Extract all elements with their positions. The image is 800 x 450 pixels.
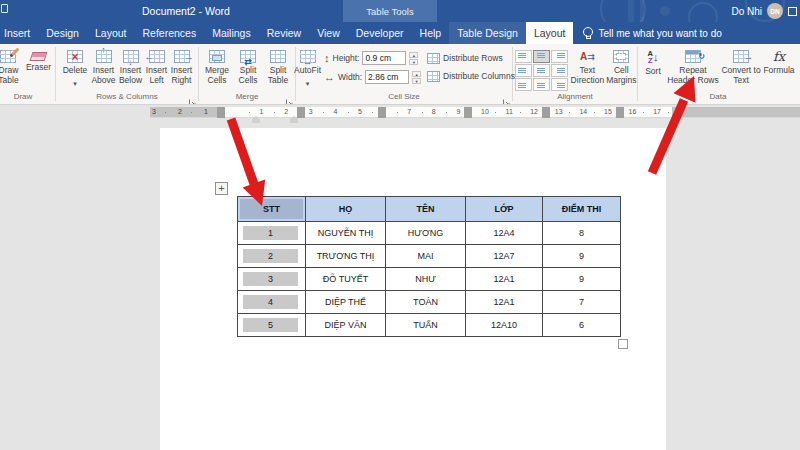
insert-left-button[interactable]: ← Insert Left bbox=[144, 47, 169, 87]
table-cell[interactable]: DIỆP THẾ bbox=[306, 291, 386, 314]
align-top-right-button[interactable] bbox=[551, 50, 568, 63]
table-cell[interactable]: 6 bbox=[543, 314, 621, 337]
table-cell[interactable]: DIỆP VĂN bbox=[306, 314, 386, 337]
delete-button[interactable]: × Delete bbox=[60, 47, 90, 90]
column-header-tên[interactable]: TÊN bbox=[386, 197, 466, 222]
ruler-column-marker[interactable] bbox=[464, 107, 472, 118]
draw-table-button[interactable]: Draw Table bbox=[0, 47, 24, 87]
column-header-stt[interactable]: STT bbox=[238, 197, 306, 222]
table-cell[interactable]: HƯƠNG bbox=[386, 222, 466, 245]
text-direction-icon bbox=[580, 49, 595, 64]
align-bottom-right-button[interactable] bbox=[551, 78, 568, 91]
distribute-rows-button[interactable]: Distribute Rows bbox=[426, 52, 515, 64]
repeat-header-rows-button[interactable]: ↻ Repeat Header Rows bbox=[666, 47, 720, 87]
table-cell[interactable]: 12A1 bbox=[466, 291, 543, 314]
align-top-center-button[interactable] bbox=[533, 50, 550, 63]
table-cell[interactable]: 8 bbox=[543, 222, 621, 245]
table-cell[interactable]: 1 bbox=[238, 222, 306, 245]
tab-table-design[interactable]: Table Design bbox=[449, 22, 526, 44]
tab-insert[interactable]: Insert bbox=[0, 22, 38, 44]
cell-margins-button[interactable]: Cell Margins bbox=[605, 47, 637, 87]
table-row: 1NGUYỄN THỊHƯƠNG12A48 bbox=[238, 222, 621, 245]
user-name[interactable]: Do Nhi bbox=[731, 6, 762, 17]
distribute-columns-button[interactable]: Distribute Columns bbox=[426, 70, 515, 82]
tab-design[interactable]: Design bbox=[38, 22, 87, 44]
table-cell[interactable]: 12A7 bbox=[466, 245, 543, 268]
tab-review[interactable]: Review bbox=[259, 22, 309, 44]
column-header-họ[interactable]: HỌ bbox=[306, 197, 386, 222]
ruler-tick: 8 bbox=[432, 108, 436, 115]
sort-button[interactable]: Sort bbox=[640, 47, 666, 79]
convert-to-text-button[interactable]: → Convert to Text bbox=[720, 47, 762, 87]
ruler-tick bbox=[397, 112, 398, 113]
split-cells-button[interactable]: ⇄ Split Cells bbox=[233, 47, 263, 87]
column-header-điểm-thi[interactable]: ĐIỂM THI bbox=[543, 197, 621, 222]
split-table-button[interactable]: Split Table bbox=[263, 47, 293, 87]
tab-help[interactable]: Help bbox=[412, 22, 450, 44]
tab-developer[interactable]: Developer bbox=[348, 22, 412, 44]
insert-right-button[interactable]: → Insert Right bbox=[169, 47, 194, 87]
table-move-handle[interactable] bbox=[215, 182, 228, 195]
horizontal-ruler[interactable]: 321123457891011121314151617 bbox=[150, 107, 800, 118]
ruler-column-marker[interactable] bbox=[616, 107, 624, 118]
ruler-column-marker[interactable] bbox=[217, 107, 225, 118]
table-cell[interactable]: 2 bbox=[238, 245, 306, 268]
avatar[interactable]: DN bbox=[767, 3, 783, 19]
align-center-right-button[interactable] bbox=[551, 64, 568, 77]
ribbon-tab-bar: InsertDesignLayoutReferencesMailingsRevi… bbox=[0, 22, 800, 44]
align-center-left-icon bbox=[518, 68, 526, 73]
table-cell[interactable]: MAI bbox=[386, 245, 466, 268]
table-cell[interactable]: TOÀN bbox=[386, 291, 466, 314]
rows-columns-dialog-launcher[interactable] bbox=[188, 93, 197, 102]
height-input[interactable] bbox=[362, 51, 406, 65]
ruler-column-marker[interactable] bbox=[297, 107, 305, 118]
autofit-button[interactable]: ↔ AutoFit bbox=[293, 47, 322, 90]
column-header-lớp[interactable]: LỚP bbox=[466, 197, 543, 222]
table-cell[interactable]: NGUYỄN THỊ bbox=[306, 222, 386, 245]
align-top-left-button[interactable] bbox=[515, 50, 532, 63]
align-bottom-center-button[interactable] bbox=[533, 78, 550, 91]
height-stepper[interactable] bbox=[409, 52, 418, 65]
quick-access-toolbar-fragment[interactable] bbox=[1, 4, 8, 13]
cell-size-dialog-launcher[interactable] bbox=[502, 93, 511, 102]
tab-layout-active[interactable]: Layout bbox=[526, 22, 574, 44]
align-center-button[interactable] bbox=[533, 64, 550, 77]
insert-below-button[interactable]: ↓ Insert Below bbox=[117, 47, 144, 87]
tell-me-box[interactable]: Tell me what you want to do bbox=[583, 22, 721, 44]
table-cell[interactable]: 4 bbox=[238, 291, 306, 314]
insert-above-button[interactable]: ↑ Insert Above bbox=[90, 47, 117, 87]
table-cell[interactable]: 12A10 bbox=[466, 314, 543, 337]
ruler-tick: 15 bbox=[604, 108, 612, 115]
tab-view[interactable]: View bbox=[309, 22, 348, 44]
table-cell[interactable]: NHƯ bbox=[386, 268, 466, 291]
table-cell[interactable]: 12A4 bbox=[466, 222, 543, 245]
ruler-column-marker[interactable] bbox=[378, 107, 386, 118]
table-cell[interactable]: TUẤN bbox=[386, 314, 466, 337]
ruler-column-marker[interactable] bbox=[542, 107, 550, 118]
tab-layout[interactable]: Layout bbox=[87, 22, 135, 44]
table-resize-handle[interactable] bbox=[618, 339, 628, 349]
table-cell[interactable]: ĐỖ TUYẾT bbox=[306, 268, 386, 291]
ruler-tick: 10 bbox=[481, 108, 489, 115]
ribbon-display-options-icon[interactable] bbox=[788, 7, 797, 16]
table-cell[interactable]: 9 bbox=[543, 245, 621, 268]
merge-cells-button[interactable]: Merge Cells bbox=[201, 47, 233, 87]
merge-dialog-launcher[interactable] bbox=[285, 93, 294, 102]
tab-mailings[interactable]: Mailings bbox=[204, 22, 259, 44]
width-stepper[interactable] bbox=[412, 71, 421, 84]
formula-button[interactable]: Formula bbox=[762, 47, 796, 78]
align-center-left-button[interactable] bbox=[515, 64, 532, 77]
tab-references[interactable]: References bbox=[134, 22, 204, 44]
eraser-button[interactable]: Eraser bbox=[24, 47, 53, 75]
table-cell[interactable]: 3 bbox=[238, 268, 306, 291]
table-cell[interactable]: 7 bbox=[543, 291, 621, 314]
text-direction-button[interactable]: Text Direction bbox=[570, 47, 606, 87]
ruler-tick bbox=[348, 112, 349, 113]
table-cell[interactable]: 5 bbox=[238, 314, 306, 337]
table-cell[interactable]: 9 bbox=[543, 268, 621, 291]
table-row: 4DIỆP THẾTOÀN12A17 bbox=[238, 291, 621, 314]
table-cell[interactable]: TRƯƠNG THỊ bbox=[306, 245, 386, 268]
width-input[interactable] bbox=[365, 70, 409, 84]
table-cell[interactable]: 12A1 bbox=[466, 268, 543, 291]
align-bottom-left-button[interactable] bbox=[515, 78, 532, 91]
